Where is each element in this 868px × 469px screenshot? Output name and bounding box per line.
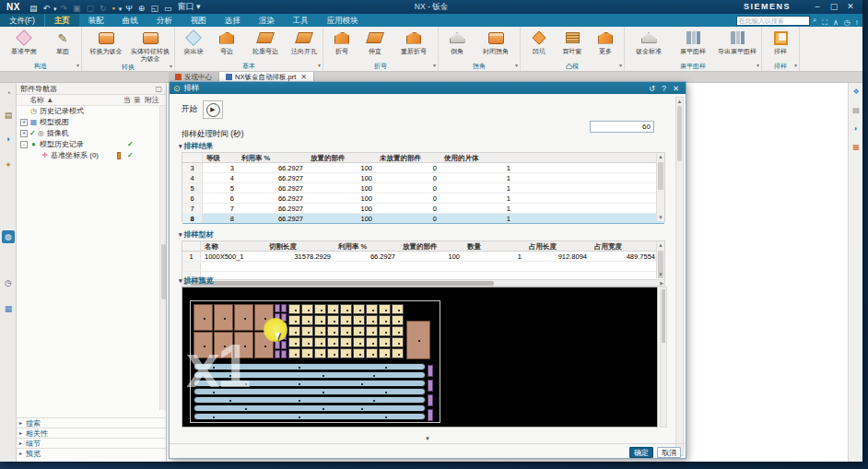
touch-mode-icon[interactable]: ⊕ [135,4,148,13]
nav-column-0[interactable]: 当 [123,95,131,106]
ribbon-button-基准平面[interactable]: 基准平面 [3,29,45,55]
notification-icon[interactable]: ! [853,18,861,27]
profiles-hscrollbar[interactable]: ◀ ▶ [182,279,665,287]
nav-column-name[interactable]: 名称 ▲ [29,95,53,106]
ribbon-button-实体特征转换为钣金[interactable]: 实体特征转换为钣金 [129,29,171,62]
column-header-数量[interactable]: 数量 [463,241,525,251]
ribbon-button-百叶窗[interactable]: 百叶窗 [557,29,588,55]
ribbon-button-钣金标准[interactable]: 钣金标准 [628,29,670,55]
tree-item-模型视图[interactable]: +▦模型视图 [17,117,166,128]
clipboard-icon[interactable]: ▤ [2,109,15,122]
table-row[interactable]: 5566.292710001 [182,183,664,193]
navigator-section-相关性[interactable]: 相关性 [17,428,166,438]
tab-close-icon[interactable]: ✕ [300,73,307,81]
menu-tab-分析[interactable]: 分析 [147,14,182,27]
part-navigator-icon[interactable]: ◍ [2,230,15,243]
menu-tab-文件(F)[interactable]: 文件(F) [0,14,45,27]
tree-item-模型历史记录[interactable]: -●模型历史记录✓ [17,139,166,150]
ribbon-button-弯边[interactable]: 弯边 [211,29,242,55]
hd3d-tools-icon[interactable]: ✦ [2,158,15,171]
tree-expand-icon[interactable]: - [20,141,28,148]
preview-section-header[interactable]: 排样预览 [179,276,213,286]
group-dropdown-icon[interactable]: ▾ [515,61,518,71]
ribbon-button-折弯[interactable]: 折弯 [326,29,358,55]
column-header-利用率 %[interactable]: 利用率 % [238,153,307,162]
column-header-占用长度[interactable]: 占用长度 [525,241,591,251]
tree-expand-icon[interactable]: + [20,119,28,126]
ribbon-button-展平图样[interactable]: 展平图样 [672,29,714,55]
table-row[interactable]: 11000X500_131578.292966.29271001912.8094… [182,252,664,262]
ribbon-button-突出块[interactable]: 突出块 [178,29,209,55]
table-scrollbar[interactable]: ▲▼ [656,241,664,278]
pattern-tool-icon[interactable]: ▦ [850,142,862,153]
column-header-占用宽度[interactable]: 占用宽度 [591,241,659,251]
layers-icon[interactable]: ▤ [850,105,862,116]
dialog-collapse-arrow[interactable]: ▼ [425,436,430,441]
processing-time-input[interactable] [590,121,654,133]
group-dropdown-icon[interactable]: ▾ [619,61,622,71]
reuse-library-icon[interactable]: ◗ [2,133,15,146]
history-palette-icon[interactable]: ◷ [2,276,15,289]
menu-tab-工具[interactable]: 工具 [284,14,318,27]
ribbon-button-导出展平图样[interactable]: 导出展平图样 [716,29,758,55]
dialog-help-button[interactable]: ? [658,84,670,93]
minimize-ribbon-icon[interactable]: ∧ [830,18,841,27]
window-menu[interactable]: 窗口 ▾ [174,0,203,14]
tree-expand-icon[interactable]: + [20,130,28,137]
fullscreen-icon[interactable]: ⛶ [819,18,830,27]
shell-tool-icon[interactable]: ◗ [850,123,862,135]
group-dropdown-icon[interactable]: ▾ [794,61,797,71]
table-scrollbar[interactable]: ▲▼ [656,153,664,221]
nav-column-1[interactable]: 量 [134,95,141,106]
results-section-header[interactable]: 排样结果 [179,141,213,151]
column-header-利用率 %[interactable]: 利用率 % [334,241,399,251]
group-dropdown-icon[interactable]: ▾ [76,61,79,71]
ribbon-button-轮廓弯边[interactable]: 轮廓弯边 [244,29,287,55]
process-studio-icon[interactable]: ▦ [2,302,15,315]
group-dropdown-icon[interactable]: ▾ [318,61,321,71]
table-row[interactable]: 8866.292710001 [182,214,664,224]
column-header-放置的部件[interactable]: 放置的部件 [399,241,463,251]
ribbon-button-伸直[interactable]: 伸直 [359,29,391,55]
navigator-section-预览[interactable]: 预览 [17,448,166,458]
search-input[interactable] [736,16,810,26]
history-icon[interactable]: ◷ [841,18,853,27]
tree-item-历史记录模式[interactable]: ◷历史记录模式 [17,106,166,117]
search-icon[interactable]: ⌕ [810,16,819,25]
ribbon-button-倒角[interactable]: 倒角 [441,29,473,55]
menu-tab-渲染[interactable]: 渲染 [250,14,284,27]
table-row[interactable] [182,262,664,272]
detach-panel-icon[interactable]: ▢ [155,83,162,94]
group-dropdown-icon[interactable]: ▾ [433,61,436,71]
menu-tab-应用模块[interactable]: 应用模块 [318,14,368,27]
navigator-section-细节[interactable]: 细节 [17,438,166,448]
start-button[interactable]: ▶ [203,100,223,119]
navigator-scrollbar[interactable] [159,106,166,410]
ribbon-button-法向开孔[interactable]: 法向开孔 [288,29,320,55]
cancel-button[interactable]: 取消 [657,447,681,458]
column-header-放置的部件[interactable]: 放置的部件 [307,153,376,162]
dialog-close-button[interactable]: ✕ [670,84,682,93]
column-header-名称[interactable]: 名称 [201,241,265,251]
menu-tab-主页[interactable]: 主页 [45,14,79,27]
nav-column-2[interactable]: 附注 [145,95,159,106]
dialog-reset-button[interactable]: ↺ [646,84,658,93]
roles-icon[interactable]: ◔ [2,87,15,100]
column-header-未放置的部件[interactable]: 未放置的部件 [376,153,440,162]
ribbon-button-排样[interactable]: 排样 [765,29,796,55]
nesting-preview[interactable]: x1 [182,287,658,428]
navigator-section-搜索[interactable]: 搜索 [17,417,166,428]
template-swatch-icon[interactable]: ▪ [110,4,118,13]
tree-item-摄像机[interactable]: +✓◎摄像机 [17,128,166,139]
profiles-section-header[interactable]: 排样型材 [179,229,213,240]
tree-item-基准坐标系 (0)[interactable]: ✛基准坐标系 (0)✓ [17,150,166,161]
menu-tab-选择[interactable]: 选择 [216,14,250,27]
ribbon-button-转换为钣金[interactable]: 转换为钣金 [85,29,127,55]
table-row[interactable]: 6666.292710001 [182,193,664,204]
group-dropdown-icon[interactable]: ▾ [757,61,759,71]
cascade-windows-icon[interactable]: ◱ [147,4,161,13]
table-row[interactable]: 3366.292710001 [182,163,664,173]
window-icon[interactable]: ▭ [161,4,175,13]
ribbon-button-草图[interactable]: ✎草图 [47,29,78,55]
table-row[interactable]: 7766.292710001 [182,204,664,214]
